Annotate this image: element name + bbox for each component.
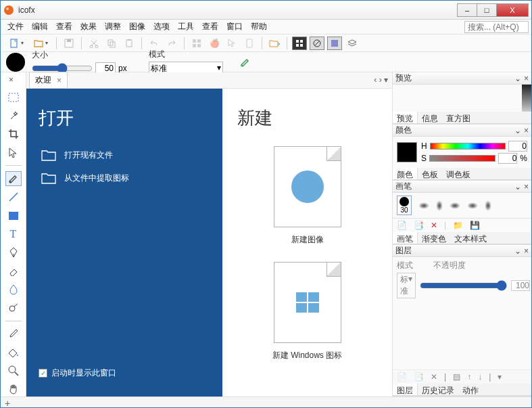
brush-save-icon[interactable]: 💾 xyxy=(470,221,480,230)
brush-delete-icon[interactable]: ✕ xyxy=(431,221,437,230)
phone-icon[interactable] xyxy=(241,36,258,51)
brush-copy-icon[interactable]: 📑 xyxy=(414,221,424,230)
layer-copy-icon[interactable]: 📑 xyxy=(414,372,424,382)
windows-icon[interactable] xyxy=(189,36,205,51)
tab-layers[interactable]: 图层 xyxy=(393,384,418,395)
tab-histogram[interactable]: 直方图 xyxy=(442,112,475,123)
close-button[interactable]: X xyxy=(496,3,529,17)
maximize-button[interactable]: □ xyxy=(477,3,497,17)
tool-crop[interactable] xyxy=(5,127,22,141)
apple-icon[interactable]: 🍎 xyxy=(206,36,222,51)
layer-new-icon[interactable]: 📄 xyxy=(397,372,407,382)
redo-button[interactable] xyxy=(164,36,180,51)
brush-preset-5[interactable] xyxy=(485,200,491,211)
brush-preset-1[interactable] xyxy=(418,202,429,209)
menu-view[interactable]: 查看 xyxy=(52,20,76,34)
brush-new-icon[interactable]: 📄 xyxy=(397,221,407,230)
layer-merge-icon[interactable]: ▤ xyxy=(453,372,460,382)
tool-rectangle[interactable] xyxy=(5,208,22,223)
open-file-button[interactable]: ▾ xyxy=(29,36,52,51)
menu-file[interactable]: 文件 xyxy=(3,20,28,34)
brush-clean-icon[interactable] xyxy=(238,55,254,70)
tab-prev[interactable]: ‹ xyxy=(374,75,377,85)
color-swatch[interactable] xyxy=(397,142,417,162)
layer-down-icon[interactable]: ↓ xyxy=(478,372,482,382)
tool-pen[interactable] xyxy=(5,246,22,260)
tool-eyedropper[interactable] xyxy=(5,327,22,341)
panel-close-icon[interactable]: × xyxy=(524,182,529,191)
toggle-grid-icon[interactable] xyxy=(292,37,307,50)
hue-slider[interactable] xyxy=(430,143,506,150)
add-tab-button[interactable]: + xyxy=(5,398,10,409)
sat-input[interactable] xyxy=(498,153,517,164)
hue-input[interactable] xyxy=(508,141,527,152)
layer-up-icon[interactable]: ↑ xyxy=(467,372,471,382)
menu-help[interactable]: 帮助 xyxy=(247,20,271,34)
menu-view2[interactable]: 查看 xyxy=(198,20,222,34)
tab-swatches[interactable]: 色板 xyxy=(418,168,442,179)
panel-collapse-icon[interactable]: ⌄ xyxy=(514,74,521,83)
panel-collapse-icon[interactable]: ⌄ xyxy=(514,246,521,256)
menu-tools[interactable]: 工具 xyxy=(174,20,198,34)
tab-history[interactable]: 历史记录 xyxy=(418,384,458,395)
tab-gradient[interactable]: 渐变色 xyxy=(418,232,450,244)
tabstrip-close-icon[interactable]: × xyxy=(9,75,14,85)
panel-close-icon[interactable]: × xyxy=(524,126,529,135)
tool-move[interactable] xyxy=(5,145,22,160)
layer-mode-select[interactable]: 标准▾ xyxy=(397,273,416,298)
toggle-bg-icon[interactable] xyxy=(327,37,342,50)
open-existing-file[interactable]: 打开现有文件 xyxy=(39,145,210,165)
toggle-layers-icon[interactable] xyxy=(344,36,360,51)
folder-export-icon[interactable] xyxy=(266,36,283,51)
tool-line[interactable] xyxy=(5,190,22,204)
tab-dropdown[interactable]: ▾ xyxy=(384,75,388,85)
new-image-button[interactable] xyxy=(274,146,341,227)
tool-eraser[interactable] xyxy=(5,264,22,278)
tab-brush[interactable]: 画笔 xyxy=(393,232,418,244)
undo-button[interactable] xyxy=(146,36,162,51)
menu-options[interactable]: 选项 xyxy=(149,20,174,34)
menu-image[interactable]: 图像 xyxy=(125,20,149,34)
tab-actions[interactable]: 动作 xyxy=(458,384,483,395)
tool-wand[interactable] xyxy=(5,108,22,122)
opacity-input[interactable] xyxy=(511,280,530,291)
tool-dodge[interactable] xyxy=(5,300,22,315)
brush-preset-3[interactable] xyxy=(450,202,460,209)
tab-color[interactable]: 颜色 xyxy=(393,168,418,179)
tool-fill[interactable] xyxy=(5,345,22,359)
tool-blur[interactable] xyxy=(5,282,22,296)
menu-window[interactable]: 窗口 xyxy=(222,20,247,34)
panel-close-icon[interactable]: × xyxy=(524,246,529,256)
tool-zoom[interactable] xyxy=(5,363,22,378)
tab-preview[interactable]: 预览 xyxy=(393,112,418,123)
menu-adjust[interactable]: 调整 xyxy=(101,20,125,34)
tab-textstyle[interactable]: 文本样式 xyxy=(450,232,491,244)
tab-close-icon[interactable]: × xyxy=(57,76,62,85)
menu-search-input[interactable] xyxy=(464,21,529,33)
tab-next[interactable]: › xyxy=(379,75,382,85)
sat-slider[interactable] xyxy=(429,155,495,162)
cut-button[interactable] xyxy=(86,36,102,51)
paste-button[interactable] xyxy=(121,36,137,51)
brush-folder-icon[interactable]: 📁 xyxy=(453,221,463,230)
brush-preset-2[interactable] xyxy=(436,200,443,211)
menu-edit[interactable]: 编辑 xyxy=(28,20,52,34)
new-windows-icon-button[interactable] xyxy=(274,262,341,343)
show-at-startup-checkbox[interactable]: ✓ 启动时显示此窗口 xyxy=(39,367,210,379)
copy-button[interactable] xyxy=(103,36,120,51)
tab-welcome[interactable]: 欢迎 × xyxy=(29,72,68,88)
menu-effects[interactable]: 效果 xyxy=(76,20,101,34)
tool-hand[interactable] xyxy=(5,382,22,396)
tab-palette[interactable]: 调色板 xyxy=(442,168,475,179)
tool-text[interactable]: T xyxy=(5,227,22,241)
panel-collapse-icon[interactable]: ⌄ xyxy=(514,126,521,135)
layer-delete-icon[interactable]: ✕ xyxy=(431,372,437,382)
tool-marquee[interactable] xyxy=(5,90,22,104)
layer-menu-icon[interactable]: ▾ xyxy=(498,372,502,382)
cursor-icon[interactable] xyxy=(224,36,240,51)
tab-info[interactable]: 信息 xyxy=(418,112,442,123)
opacity-slider[interactable] xyxy=(420,280,507,291)
tool-brush[interactable] xyxy=(5,171,22,185)
panel-close-icon[interactable]: × xyxy=(524,74,529,83)
new-file-button[interactable]: ▾ xyxy=(5,36,28,51)
